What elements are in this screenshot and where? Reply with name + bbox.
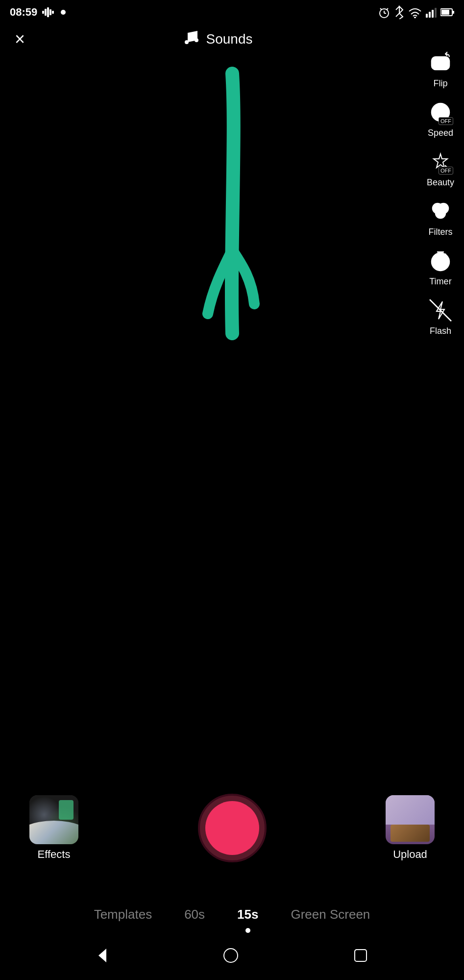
nav-bar bbox=[0, 931, 464, 980]
alarm-icon bbox=[378, 6, 391, 19]
svg-text:3: 3 bbox=[443, 252, 447, 259]
svg-rect-3 bbox=[49, 9, 51, 15]
svg-line-8 bbox=[380, 8, 382, 10]
svg-line-9 bbox=[387, 8, 388, 10]
svg-rect-18 bbox=[441, 10, 449, 15]
svg-point-20 bbox=[185, 40, 189, 44]
svg-point-31 bbox=[436, 208, 445, 218]
record-button-container bbox=[198, 794, 267, 862]
sidebar-item-speed[interactable]: OFF Speed bbox=[427, 99, 454, 138]
svg-rect-0 bbox=[42, 11, 44, 14]
svg-rect-39 bbox=[355, 950, 366, 961]
tab-15s-wrapper: 15s bbox=[233, 903, 262, 926]
upload-button[interactable]: Upload bbox=[386, 795, 435, 861]
back-button[interactable] bbox=[96, 947, 109, 964]
effects-thumb-accent bbox=[59, 800, 73, 820]
signal-icon bbox=[426, 7, 437, 18]
svg-line-10 bbox=[396, 6, 399, 10]
svg-point-27 bbox=[439, 111, 441, 114]
tab-templates-wrapper: Templates bbox=[90, 903, 156, 926]
upload-thumb-inner bbox=[386, 795, 435, 844]
svg-rect-13 bbox=[426, 14, 428, 18]
tab-15s[interactable]: 15s bbox=[233, 903, 262, 926]
music-icon bbox=[183, 29, 200, 49]
bottom-controls: Effects Upload bbox=[0, 794, 464, 862]
sidebar-item-timer[interactable]: 3 Timer bbox=[427, 247, 454, 287]
upload-label: Upload bbox=[393, 848, 427, 861]
svg-point-21 bbox=[195, 38, 198, 42]
beauty-off-badge: OFF bbox=[439, 167, 453, 175]
dot-indicator bbox=[61, 10, 66, 15]
tab-60s[interactable]: 60s bbox=[180, 903, 209, 926]
gesture-arrow bbox=[183, 64, 281, 358]
speed-label: Speed bbox=[428, 128, 453, 138]
svg-rect-1 bbox=[45, 9, 47, 16]
upload-thumb-food bbox=[391, 825, 430, 842]
recents-button[interactable] bbox=[353, 948, 368, 963]
flip-label: Flip bbox=[433, 78, 447, 89]
sidebar-item-beauty[interactable]: OFF Beauty bbox=[427, 148, 454, 188]
svg-point-38 bbox=[224, 949, 238, 962]
sounds-title: Sounds bbox=[183, 29, 253, 49]
svg-line-37 bbox=[430, 300, 451, 321]
flash-label: Flash bbox=[430, 326, 451, 336]
timer-icon: 3 bbox=[428, 248, 453, 274]
upload-thumbnail bbox=[386, 795, 435, 844]
effects-thumbnail bbox=[29, 795, 78, 844]
tab-green-screen[interactable]: Green Screen bbox=[287, 903, 374, 926]
svg-rect-4 bbox=[52, 11, 54, 14]
svg-point-25 bbox=[439, 62, 442, 65]
flip-icon bbox=[428, 50, 453, 75]
upload-thumb-top bbox=[386, 795, 435, 825]
flash-icon bbox=[428, 298, 453, 323]
tab-60s-wrapper: 60s bbox=[180, 903, 209, 926]
tab-greenscreen-wrapper: Green Screen bbox=[287, 903, 374, 926]
wifi-icon bbox=[408, 6, 422, 18]
svg-rect-16 bbox=[435, 8, 437, 18]
svg-rect-15 bbox=[432, 10, 434, 18]
svg-line-11 bbox=[396, 13, 399, 17]
status-left: 08:59 bbox=[10, 6, 66, 19]
filters-icon bbox=[428, 199, 453, 224]
header: × Sounds bbox=[0, 25, 464, 53]
speed-off-badge: OFF bbox=[439, 117, 453, 125]
close-button[interactable]: × bbox=[15, 30, 25, 48]
right-sidebar: Flip OFF Speed OFF Beauty bbox=[427, 49, 454, 336]
sidebar-item-filters[interactable]: Filters bbox=[427, 198, 454, 237]
tab-templates[interactable]: Templates bbox=[90, 903, 156, 926]
svg-rect-19 bbox=[453, 11, 454, 14]
record-button-inner bbox=[205, 801, 259, 855]
sounds-label: Sounds bbox=[206, 31, 253, 47]
bluetooth-icon bbox=[394, 5, 404, 19]
battery-icon bbox=[440, 8, 454, 17]
status-bar: 08:59 bbox=[0, 0, 464, 25]
home-button[interactable] bbox=[222, 947, 240, 964]
audio-waveform-icon bbox=[42, 7, 56, 18]
svg-rect-2 bbox=[47, 7, 49, 17]
effects-label: Effects bbox=[38, 848, 71, 861]
sidebar-item-flash[interactable]: Flash bbox=[427, 297, 454, 336]
beauty-label: Beauty bbox=[427, 177, 454, 188]
svg-rect-14 bbox=[429, 12, 431, 18]
status-right bbox=[378, 5, 454, 19]
filters-label: Filters bbox=[428, 227, 452, 237]
time-display: 08:59 bbox=[10, 6, 37, 19]
effects-button[interactable]: Effects bbox=[29, 795, 78, 861]
sidebar-item-flip[interactable]: Flip bbox=[427, 49, 454, 89]
timer-label: Timer bbox=[429, 276, 451, 287]
record-button[interactable] bbox=[198, 794, 267, 862]
mode-tabs: Templates 60s 15s Green Screen bbox=[0, 903, 464, 926]
svg-point-12 bbox=[414, 17, 416, 18]
